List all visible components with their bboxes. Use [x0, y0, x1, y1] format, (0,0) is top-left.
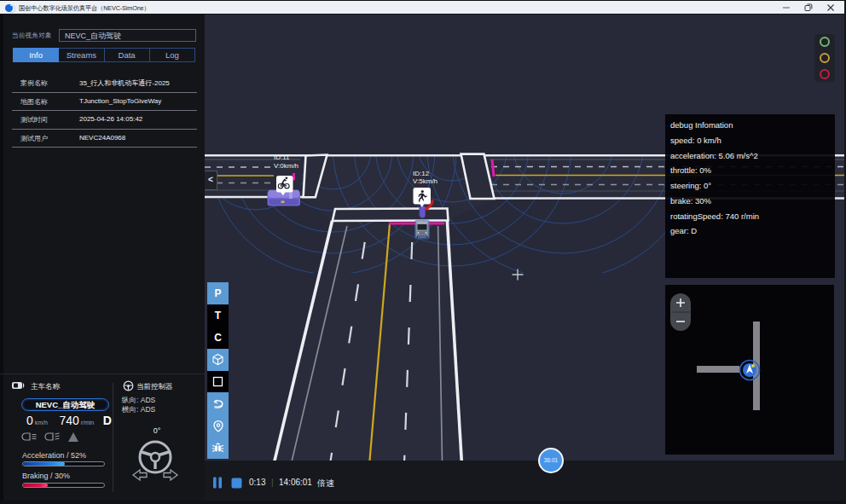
svg-text:ID:12: ID:12 — [413, 170, 430, 177]
svg-text:V:0km/h: V:0km/h — [274, 162, 298, 170]
svg-text:ID:11: ID:11 — [274, 154, 290, 161]
svg-text:V:5km/h: V:5km/h — [413, 177, 437, 185]
